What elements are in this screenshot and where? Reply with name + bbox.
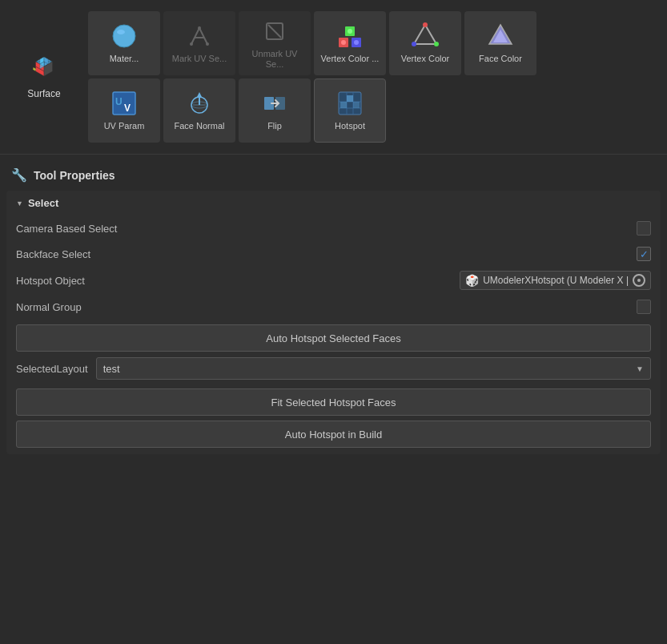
material-icon — [110, 22, 139, 50]
tool-btn-face-color-label: Face Color — [479, 54, 522, 64]
tool-properties-title: Tool Properties — [34, 169, 115, 182]
camera-based-select-row: Camera Based Select — [6, 215, 661, 241]
mark-uv-seam-icon — [185, 22, 214, 50]
svg-point-23 — [354, 40, 359, 45]
face-color-icon — [486, 22, 515, 50]
backface-select-label: Backface Select — [16, 248, 637, 260]
toolbar-row-2: U V UV Param Face Normal — [88, 78, 659, 143]
tool-btn-flip[interactable]: Flip — [239, 78, 311, 143]
tool-btn-unmark-uv-seam[interactable]: Unmark UV Se... — [239, 11, 311, 75]
tool-btn-face-normal[interactable]: Face Normal — [163, 78, 235, 143]
tool-btn-material[interactable]: Mater... — [88, 11, 160, 75]
flip-icon — [260, 89, 289, 118]
svg-text:V: V — [124, 103, 131, 114]
hotspot-icon — [336, 89, 364, 118]
toolbar-grid: Mater... Mark UV Se... — [88, 8, 659, 146]
svg-point-28 — [412, 42, 416, 46]
surface-button[interactable]: Surface — [0, 8, 88, 146]
wrench-icon: 🔧 — [11, 167, 27, 183]
selected-layout-value: test — [103, 363, 120, 375]
surface-label: Surface — [27, 88, 60, 99]
hotspot-object-field[interactable]: 🎲 UModelerXHotspot (U Modeler X | — [460, 271, 651, 290]
svg-text:U: U — [115, 96, 123, 107]
tool-btn-uv-param-label: UV Param — [104, 121, 145, 131]
tool-btn-vertex-color[interactable]: Vertex Color — [389, 11, 461, 75]
tool-btn-material-label: Mater... — [110, 54, 139, 64]
uv-param-icon: U V — [110, 89, 139, 118]
tool-btn-vertex-color-mode[interactable]: Vertex Color ... — [314, 11, 386, 75]
tool-btn-unmark-uv-seam-label: Unmark UV Se... — [244, 49, 305, 70]
normal-group-control — [637, 300, 651, 314]
tool-btn-mark-uv-seam[interactable]: Mark UV Se... — [163, 11, 235, 75]
tool-btn-hotspot[interactable]: Hotspot — [314, 78, 386, 143]
svg-rect-47 — [340, 102, 347, 108]
tool-btn-vertex-color-mode-label: Vertex Color ... — [321, 54, 380, 64]
properties-body: ▼ Select Camera Based Select Backface Se… — [6, 191, 661, 454]
camera-based-select-checkbox[interactable] — [637, 221, 651, 235]
toolbar-section: Surface Mater... — [0, 0, 667, 155]
auto-hotspot-selected-faces-label: Auto Hotspot Selected Faces — [266, 332, 400, 344]
svg-point-27 — [434, 42, 439, 46]
hotspot-object-text: UModelerXHotspot (U Modeler X | — [483, 275, 629, 286]
backface-select-row: Backface Select ✓ — [6, 241, 661, 267]
svg-point-15 — [190, 42, 193, 46]
svg-point-16 — [206, 42, 209, 46]
auto-hotspot-selected-faces-button[interactable]: Auto Hotspot Selected Faces — [16, 324, 651, 352]
selected-layout-label: SelectedLayout — [16, 363, 88, 375]
backface-select-control: ✓ — [637, 247, 651, 261]
hotspot-object-label: Hotspot Object — [16, 275, 460, 287]
selected-layout-row: SelectedLayout test ▼ — [6, 353, 661, 384]
tool-btn-mark-uv-seam-label: Mark UV Se... — [172, 54, 227, 64]
surface-icon — [30, 54, 58, 83]
tool-btn-vertex-color-label: Vertex Color — [401, 54, 450, 64]
svg-point-24 — [348, 29, 352, 34]
dropdown-arrow-icon: ▼ — [636, 364, 644, 373]
vertex-color-icon — [411, 22, 440, 50]
target-dot — [637, 279, 641, 282]
auto-hotspot-in-build-label: Auto Hotspot in Build — [285, 429, 382, 441]
camera-based-select-control — [637, 221, 651, 235]
svg-point-12 — [117, 30, 125, 34]
select-section-label: Select — [28, 197, 58, 209]
auto-hotspot-in-build-button[interactable]: Auto Hotspot in Build — [16, 421, 651, 448]
tool-properties-header: 🔧 Tool Properties — [0, 159, 667, 191]
svg-rect-46 — [347, 95, 353, 102]
svg-line-18 — [268, 25, 281, 38]
tool-btn-uv-param[interactable]: U V UV Param — [88, 78, 160, 143]
svg-point-22 — [341, 40, 346, 45]
normal-group-checkbox[interactable] — [637, 300, 651, 314]
selected-layout-dropdown[interactable]: test ▼ — [96, 357, 651, 380]
triangle-icon: ▼ — [16, 199, 23, 207]
section-header-select[interactable]: ▼ Select — [6, 191, 661, 215]
svg-point-14 — [198, 26, 201, 30]
normal-group-row: Normal Group — [6, 294, 661, 320]
tool-btn-face-normal-label: Face Normal — [175, 121, 225, 131]
fit-selected-hotspot-faces-label: Fit Selected Hotspot Faces — [271, 396, 396, 409]
unmark-uv-seam-icon — [260, 17, 289, 46]
vertex-color-mode-icon — [336, 22, 364, 50]
normal-group-label: Normal Group — [16, 301, 637, 313]
tool-btn-flip-label: Flip — [267, 121, 282, 131]
tool-btn-face-color[interactable]: Face Color — [464, 11, 536, 75]
backface-select-checkbox[interactable]: ✓ — [637, 247, 651, 261]
camera-based-select-label: Camera Based Select — [16, 223, 637, 235]
svg-marker-25 — [414, 25, 436, 44]
target-icon[interactable] — [633, 274, 645, 287]
tool-btn-hotspot-label: Hotspot — [335, 121, 365, 131]
tool-properties-section: 🔧 Tool Properties ▼ Select Camera Based … — [0, 159, 667, 454]
svg-rect-48 — [353, 102, 360, 108]
hotspot-object-control: 🎲 UModelerXHotspot (U Modeler X | — [460, 271, 651, 290]
hotspot-object-cube-icon: 🎲 — [465, 274, 479, 287]
toolbar-row-1: Mater... Mark UV Se... — [88, 11, 659, 75]
svg-point-26 — [423, 22, 428, 27]
hotspot-object-row: Hotspot Object 🎲 UModelerXHotspot (U Mod… — [6, 267, 661, 294]
svg-marker-36 — [197, 92, 202, 97]
fit-selected-hotspot-faces-button[interactable]: Fit Selected Hotspot Faces — [16, 388, 651, 416]
face-normal-icon — [185, 89, 214, 118]
